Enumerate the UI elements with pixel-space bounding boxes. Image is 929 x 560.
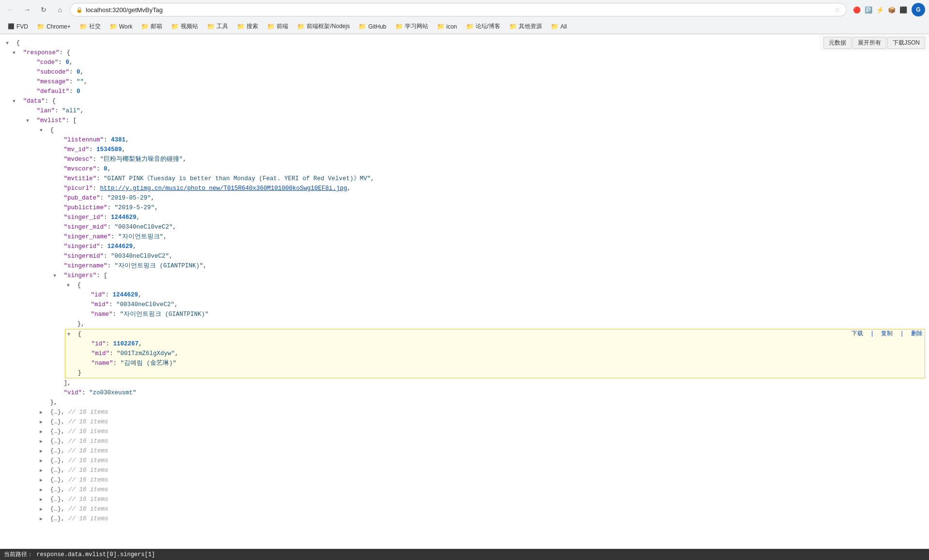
home-button[interactable]: ⌂ [53, 3, 67, 16]
expand-all-button[interactable]: 展开所有 [852, 37, 886, 49]
collapsed-8: {…}, // 16 items [40, 475, 923, 485]
collapsed-2-toggle[interactable] [40, 419, 46, 426]
folder-icon: 📁 [141, 23, 149, 30]
back-button[interactable]: ← [4, 3, 17, 16]
folder-icon: 📁 [509, 23, 517, 30]
collapsed-6: {…}, // 16 items [40, 456, 923, 466]
collapsed-9: {…}, // 16 items [40, 485, 923, 495]
singer2-open: { [67, 329, 923, 339]
folder-icon: 📁 [171, 23, 179, 30]
bookmark-chrome-plus[interactable]: 📁 Chrome+ [33, 21, 75, 31]
bookmark-video[interactable]: 📁 视频站 [167, 21, 202, 32]
bookmark-frontend-label: 前端 [277, 22, 288, 31]
download-action[interactable]: 下载 [852, 330, 863, 337]
singer2-row: 下载 | 复制 | 删除 { [65, 329, 925, 378]
collapsed-1-toggle[interactable] [40, 409, 46, 417]
collapsed-12: {…}, // 16 items [40, 514, 923, 524]
singerid-line: "singerid": 1244629, [53, 242, 923, 251]
folder-icon: 📁 [79, 23, 87, 30]
bookmark-frontend[interactable]: 📁 前端 [263, 21, 292, 32]
collapsed-3: {…}, // 16 items [40, 427, 923, 436]
collapsed-11: {…}, // 16 items [40, 504, 923, 514]
singer1-open: { [67, 280, 923, 290]
singer2-id-line: "id": 1102267, [81, 339, 923, 349]
data-line: "data": { [13, 96, 923, 106]
singers-toggle[interactable] [53, 272, 60, 280]
browser-top: ← → ↻ ⌂ 🔒 localhost:3200/getMvByTag ☆ 🔴 … [0, 0, 929, 34]
mvlist-toggle[interactable] [26, 117, 33, 125]
bookmark-github[interactable]: 📁 GitHub [355, 21, 390, 31]
mvlist-line: "mvlist": [ [26, 116, 923, 125]
collapsed-12-toggle[interactable] [40, 515, 46, 523]
folder-icon: 📁 [237, 23, 245, 30]
collapsed-11-toggle[interactable] [40, 506, 46, 513]
bookmark-resources[interactable]: 📁 其他资源 [505, 21, 546, 32]
first-item-close: }, [40, 398, 923, 407]
delete-action[interactable]: 删除 [911, 330, 923, 337]
folder-icon: 📁 [267, 23, 275, 30]
extension-icon-1[interactable]: 🔴 [852, 4, 862, 15]
bookmark-fvd[interactable]: ⬛ FVD [4, 22, 32, 31]
singer1-name-line: "name": "자이언트핑크 (GIANTPINK)" [80, 310, 923, 319]
url-text: localhost:3200/getMvByTag [86, 6, 831, 14]
singer1-mid-line: "mid": "00340neCl0veC2", [80, 300, 923, 310]
collapsed-9-toggle[interactable] [40, 486, 46, 494]
bookmark-all[interactable]: 📁 All [547, 21, 571, 31]
bookmark-search[interactable]: 📁 搜索 [233, 21, 262, 32]
bookmark-email[interactable]: 📁 邮箱 [137, 21, 166, 32]
bookmark-learning[interactable]: 📁 学习网站 [391, 21, 432, 32]
collapsed-10-toggle[interactable] [40, 496, 46, 504]
mvlist-item-toggle[interactable] [40, 127, 46, 135]
bookmark-social-label: 社交 [89, 22, 101, 31]
mvlist-item-open: { [40, 125, 923, 135]
bookmark-work[interactable]: 📁 Work [106, 21, 137, 31]
copy-action[interactable]: 复制 [881, 330, 893, 337]
collapsed-6-toggle[interactable] [40, 457, 46, 465]
raw-data-button[interactable]: 元数据 [823, 37, 852, 49]
collapsed-5-toggle[interactable] [40, 448, 46, 455]
singers-line: "singers": [ [53, 271, 923, 280]
singername-line: "singername": "자이언트핑크 (GIANTPINK)", [53, 261, 923, 271]
collapsed-4-toggle[interactable] [40, 438, 46, 446]
bookmark-forum[interactable]: 📁 论坛/博客 [462, 21, 504, 32]
root-toggle[interactable] [6, 40, 13, 47]
profile-avatar[interactable]: G [912, 3, 925, 16]
folder-icon: 📁 [437, 23, 445, 30]
singer2-close: } [67, 368, 923, 378]
bookmark-star-icon[interactable]: ☆ [834, 6, 840, 14]
singer2-toggle[interactable] [67, 331, 74, 339]
collapsed-3-toggle[interactable] [40, 428, 46, 436]
extension-icon-2[interactable]: 🅿️ [863, 4, 874, 15]
collapsed-8-toggle[interactable] [40, 477, 46, 484]
download-json-button[interactable]: 下载JSON [887, 37, 925, 49]
singer-name-line: "singer_name": "자이언트핑크", [53, 232, 923, 242]
bookmark-tools[interactable]: 📁 工具 [203, 21, 232, 32]
address-bar[interactable]: 🔒 localhost:3200/getMvByTag ☆ [70, 3, 847, 16]
row-actions: 下载 | 复制 | 删除 [848, 329, 923, 339]
singer-id-line: "singer_id": 1244629, [53, 213, 923, 222]
reload-button[interactable]: ↻ [37, 3, 50, 16]
json-toolbar: 元数据 展开所有 下载JSON [820, 35, 929, 51]
bookmark-resources-label: 其他资源 [519, 22, 542, 31]
collapsed-4: {…}, // 16 items [40, 436, 923, 446]
picurl-line: "picurl": http://y.gtimg.cn/music/photo_… [53, 184, 923, 193]
bookmark-nodejs[interactable]: 📁 前端框架/Nodejs [293, 21, 354, 32]
collapsed-1: {…}, // 16 items [40, 407, 923, 417]
bookmark-icon[interactable]: 📁 icon [433, 21, 461, 31]
singer1-toggle[interactable] [67, 282, 74, 290]
bookmark-social[interactable]: 📁 社交 [76, 21, 105, 32]
mvtitle-line: "mvtitle": "GIANT PINK《Tuesday is better… [53, 174, 923, 184]
forward-button[interactable]: → [20, 3, 34, 16]
folder-icon: 📁 [37, 23, 45, 30]
singer1-id-line: "id": 1244629, [80, 290, 923, 300]
bookmarks-bar: ⬛ FVD 📁 Chrome+ 📁 社交 📁 Work 📁 邮箱 📁 视频站 📁… [0, 19, 929, 34]
extension-icon-5[interactable]: ⬛ [898, 4, 909, 15]
collapsed-7-toggle[interactable] [40, 467, 46, 475]
bookmark-learning-label: 学习网站 [405, 22, 428, 31]
mvscore-line: "mvscore": 0, [53, 164, 923, 174]
data-toggle[interactable] [13, 98, 19, 106]
singer2-name-line: "name": "김예림 (金艺琳)" [81, 358, 923, 368]
response-toggle[interactable] [13, 49, 19, 57]
extension-icon-3[interactable]: ⚡ [875, 4, 885, 15]
extension-icon-4[interactable]: 📦 [886, 4, 897, 15]
